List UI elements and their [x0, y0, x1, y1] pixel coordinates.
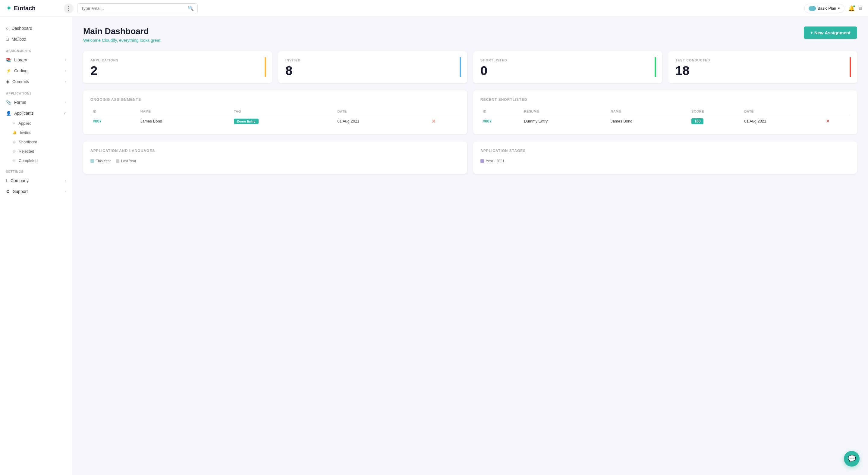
stat-card-invited: INVITED 8 — [278, 51, 467, 83]
sidebar-subitem-invited[interactable]: 🔔 Invited — [0, 128, 72, 137]
cell-date: 01 Aug 2021 — [742, 115, 823, 127]
col-date: DATE — [742, 108, 823, 115]
stat-bar — [460, 57, 461, 77]
cell-score: 100 — [689, 115, 742, 127]
new-assignment-button[interactable]: + New Assignment — [804, 27, 857, 39]
stat-value: 8 — [285, 64, 460, 77]
recent-shortlisted-card: RECENT SHORTLISTED ID RESUME NAME SCORE … — [473, 90, 857, 134]
dashboard-icon: ○ — [6, 26, 8, 31]
chevron-down-icon: ▾ — [838, 6, 840, 10]
cell-tag: Demo Entry — [231, 115, 335, 127]
id-link[interactable]: #007 — [483, 119, 492, 124]
stat-value: 2 — [90, 64, 265, 77]
cell-name: James Bond — [138, 115, 231, 127]
subtitle-suffix: , everything looks great. — [117, 38, 162, 43]
legend-label: Last Year — [121, 159, 136, 163]
plan-label: Basic Plan — [818, 6, 836, 10]
sidebar-item-label: Forms — [14, 100, 26, 105]
menu-button[interactable]: ≡ — [858, 5, 862, 12]
sidebar-subitem-rejected[interactable]: ◎ Rejected — [0, 146, 72, 156]
sidebar-item-dashboard[interactable]: ○ Dashboard — [0, 23, 72, 34]
chevron-left-icon: ‹ — [65, 100, 66, 104]
cell-delete: ✕ — [429, 115, 460, 127]
sidebar-subitem-label: Shortlisted — [19, 140, 37, 144]
nav-right: Basic Plan ▾ 🔔 ≡ — [804, 4, 862, 13]
stat-card-shortlisted: SHORTLISTED 0 — [473, 51, 662, 83]
id-link[interactable]: #007 — [93, 119, 101, 124]
chevron-left-icon: ‹ — [65, 178, 66, 183]
score-badge: 100 — [691, 118, 704, 124]
shortlisted-icon: ◎ — [13, 140, 16, 144]
table-row: #007 James Bond Demo Entry 01 Aug 2021 ✕ — [90, 115, 460, 127]
sidebar-subitem-label: Completed — [19, 158, 38, 163]
sidebar-item-support[interactable]: ⚙ Support ‹ — [0, 186, 72, 197]
notification-button[interactable]: 🔔 — [848, 5, 855, 12]
sidebar-item-forms[interactable]: 📎 Forms ‹ — [0, 97, 72, 108]
logo: ✦ Einfach — [6, 4, 60, 12]
applications-section-title: APPLICATIONS — [0, 87, 72, 97]
logo-icon: ✦ — [6, 4, 11, 12]
page-subtitle: Welcome Cloudify, everything looks great… — [83, 38, 161, 43]
more-icon: ⋮ — [66, 5, 71, 12]
col-name: NAME — [608, 108, 689, 115]
stat-label: TEST CONDUCTED — [675, 58, 850, 62]
sidebar-item-label: Coding — [14, 68, 27, 73]
sidebar: ○ Dashboard □ Mailbox ASSIGNMENTS 📚 Libr… — [0, 17, 72, 475]
app-languages-title: APPLICATION AND LANGUAGES — [90, 149, 460, 153]
sidebar-item-library[interactable]: 📚 Library ‹ — [0, 55, 72, 65]
topnav: ✦ Einfach ⋮ 🔍 Basic Plan ▾ 🔔 ≡ — [0, 0, 868, 17]
company-icon: ℹ — [6, 178, 7, 183]
delete-button[interactable]: ✕ — [826, 118, 830, 124]
sidebar-item-mailbox[interactable]: □ Mailbox — [0, 34, 72, 44]
sidebar-item-company[interactable]: ℹ Company ‹ — [0, 175, 72, 186]
col-id: ID — [480, 108, 521, 115]
assignments-section-title: ASSIGNMENTS — [0, 44, 72, 55]
plan-button[interactable]: Basic Plan ▾ — [804, 4, 844, 13]
sidebar-item-applicants[interactable]: 👤 Applicants ∨ — [0, 108, 72, 118]
main-content: Main Dashboard Welcome Cloudify, everyth… — [72, 17, 868, 475]
sidebar-subitem-shortlisted[interactable]: ◎ Shortlisted — [0, 137, 72, 146]
search-input[interactable] — [81, 6, 185, 11]
applied-icon: ✦ — [13, 121, 16, 125]
sidebar-item-label: Applicants — [14, 111, 34, 115]
support-icon: ⚙ — [6, 189, 10, 194]
sidebar-subitem-applied[interactable]: ✦ Applied — [0, 118, 72, 128]
col-date: DATE — [335, 108, 429, 115]
library-icon: 📚 — [6, 58, 11, 62]
col-score: SCORE — [689, 108, 742, 115]
mailbox-icon: □ — [6, 37, 8, 41]
chat-button[interactable]: 💬 — [844, 451, 860, 467]
app-languages-legend: This YearLast Year — [90, 159, 460, 163]
sidebar-item-commits[interactable]: ◈ Commits ‹ — [0, 76, 72, 87]
cell-id: #007 — [90, 115, 138, 127]
stats-row: APPLICATIONS 2 INVITED 8 SHORTLISTED 0 T… — [83, 51, 857, 83]
completed-icon: ◎ — [13, 159, 16, 163]
commits-icon: ◈ — [6, 79, 9, 84]
tag-badge: Demo Entry — [234, 118, 258, 124]
col-tag: TAG — [231, 108, 335, 115]
stat-bar — [849, 57, 851, 77]
cell-resume: Dummy Entry — [521, 115, 608, 127]
sidebar-item-label: Company — [10, 178, 29, 183]
ongoing-assignments-title: ONGOING ASSIGNMENTS — [90, 98, 460, 102]
sidebar-item-coding[interactable]: ⚡ Coding ‹ — [0, 65, 72, 76]
notification-dot — [853, 5, 855, 7]
legend-item: Last Year — [116, 159, 136, 163]
legend-dot — [90, 159, 94, 163]
stat-value: 0 — [480, 64, 655, 77]
sidebar-subitem-completed[interactable]: ◎ Completed — [0, 156, 72, 165]
stat-card-test_conducted: TEST CONDUCTED 18 — [668, 51, 857, 83]
rejected-icon: ◎ — [13, 149, 16, 153]
col-name: NAME — [138, 108, 231, 115]
delete-button[interactable]: ✕ — [432, 118, 435, 124]
cell-delete: ✕ — [824, 115, 850, 127]
header-text: Main Dashboard Welcome Cloudify, everyth… — [83, 27, 161, 43]
cell-id: #007 — [480, 115, 521, 127]
more-button[interactable]: ⋮ — [64, 4, 73, 13]
chat-icon: 💬 — [848, 455, 856, 463]
chevron-left-icon: ‹ — [65, 58, 66, 62]
stat-card-applications: APPLICATIONS 2 — [83, 51, 272, 83]
stat-label: INVITED — [285, 58, 460, 62]
stat-value: 18 — [675, 64, 850, 77]
search-bar: 🔍 — [77, 3, 198, 13]
